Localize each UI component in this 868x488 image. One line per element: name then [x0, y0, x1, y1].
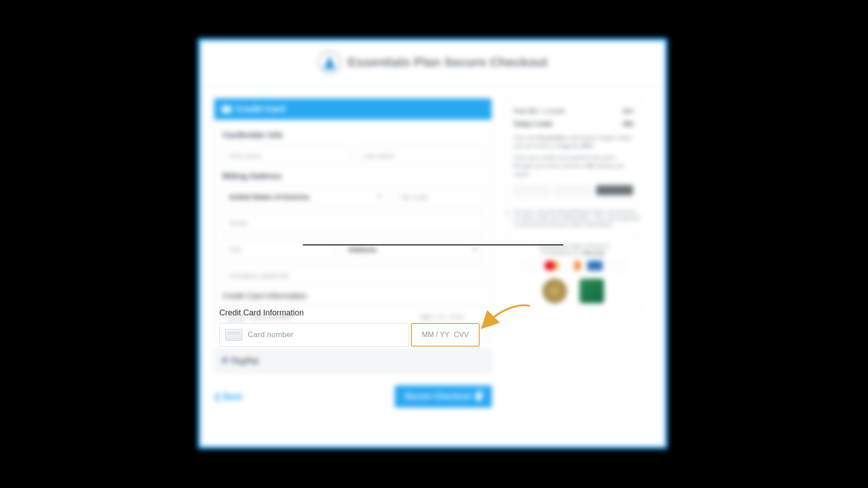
brand-logo-icon: [318, 51, 341, 74]
zip-field[interactable]: Zip Code: [394, 187, 483, 206]
summary-line-value: $99: [623, 108, 633, 115]
summary-note-2: Once your credit card payment has gone t…: [513, 154, 633, 178]
summary-note-1: Your new Essentials subscription begins …: [513, 134, 633, 150]
badge-paypal: [554, 185, 592, 196]
order-summary: Total Bill / 1 month $99 Today's total: …: [505, 98, 641, 202]
card-number-field[interactable]: Card number MM / YY CVV: [222, 305, 483, 328]
security-note: For your security RocketReach does not p…: [505, 209, 641, 228]
mastercard-icon: [544, 261, 559, 271]
page-header: Essentials Plan Secure Checkout: [200, 41, 665, 86]
page-title: Essentials Plan Secure Checkout: [348, 55, 547, 70]
last-name-field[interactable]: Last name: [356, 145, 484, 165]
pci-seal-icon: [580, 279, 604, 303]
secure-checkout-button[interactable]: Secure Checkout: [395, 385, 492, 408]
back-button[interactable]: ❮ Back: [214, 392, 242, 402]
country-select[interactable]: United States of America: [222, 187, 387, 206]
street-field[interactable]: Street: [222, 213, 483, 233]
amex-icon: [587, 261, 603, 271]
cc-info-title: Credit Card Information: [222, 291, 483, 301]
first-name-field[interactable]: First name: [222, 145, 350, 165]
company-field[interactable]: Company (optional): [222, 265, 483, 285]
credit-card-panel: Credit Card Cardholder Info First name L…: [214, 98, 492, 340]
tab-paypal-label: PayPal: [231, 357, 258, 366]
tab-credit-card-label: Credit Card: [236, 104, 285, 114]
summary-line-label: Total Bill / 1 month: [513, 108, 565, 115]
discover-icon: [566, 261, 581, 271]
cardholder-info-title: Cardholder Info: [222, 131, 483, 140]
tab-credit-card[interactable]: Credit Card: [214, 99, 491, 120]
city-field[interactable]: City: [222, 239, 335, 259]
card-chip-icon: [227, 311, 245, 323]
checkout-window-blurred: Essentials Plan Secure Checkout Credit C…: [198, 38, 668, 449]
annotation-divider-line: [303, 244, 563, 245]
lock-icon: [505, 209, 509, 219]
tab-paypal[interactable]: P PayPal: [214, 349, 492, 373]
lock-icon: [476, 393, 482, 400]
paypal-brand-icon: [609, 261, 624, 271]
state-select[interactable]: Alabama: [341, 239, 483, 259]
billing-address-title: Billing Address: [222, 172, 483, 181]
safe-title: Guaranteed Safe Checkout: [511, 243, 635, 249]
credit-card-icon: [222, 106, 231, 113]
trust-seal-icon: [542, 279, 567, 303]
visa-icon: [522, 261, 538, 271]
badge-applepay: [596, 185, 633, 196]
payment-provider-badges: [513, 185, 633, 196]
paypal-icon: P: [222, 357, 228, 366]
summary-total-value: $99: [623, 120, 633, 127]
safe-checkout-box: Guaranteed Safe Checkout POWERED BY Recu…: [505, 236, 641, 312]
badge-generic: [513, 185, 551, 196]
summary-total-label: Today's total:: [513, 120, 553, 127]
